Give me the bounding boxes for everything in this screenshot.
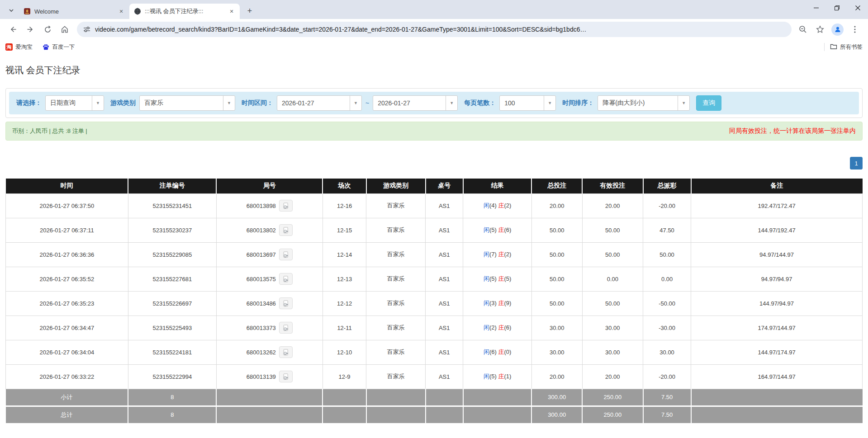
query-type-select[interactable]: 日期查询 ▼	[45, 95, 104, 111]
tab-welcome[interactable]: Welcome ✕	[19, 4, 129, 19]
total-valid-bet: 250.00	[582, 406, 643, 423]
cell-bet-id: 523155230237	[128, 218, 216, 242]
table-row: 2026-01-27 06:35:23 523155226697 6800134…	[6, 291, 863, 316]
cell-payout: 30.00	[643, 340, 691, 364]
cell-round: 680013802	[216, 218, 323, 242]
cell-table-no: AS1	[426, 218, 463, 242]
video-replay-button[interactable]	[279, 273, 293, 285]
table-footer: 小计 8 300.00 250.00 7.50 总计 8 300.00 250.…	[6, 389, 863, 423]
cell-valid-bet: 20.00	[582, 364, 643, 389]
video-replay-button[interactable]	[279, 297, 293, 309]
window-close-button[interactable]	[847, 0, 868, 15]
all-bookmarks[interactable]: 所有书签	[824, 43, 863, 52]
welcome-favicon-icon	[24, 8, 31, 15]
zoom-out-icon[interactable]	[795, 22, 811, 37]
cell-round: 680013486	[216, 291, 323, 316]
chevron-down-icon: ▼	[223, 96, 235, 110]
cell-round: 680013898	[216, 193, 323, 218]
cell-round: 680013575	[216, 267, 323, 291]
menu-dots-icon[interactable]	[847, 22, 863, 37]
game-kind-select[interactable]: 百家乐 ▼	[139, 95, 235, 111]
globe-favicon-icon	[134, 8, 141, 15]
taobao-icon: 淘	[5, 43, 13, 51]
cell-game: 百家乐	[366, 316, 426, 340]
page-title: 视讯 会员下注纪录	[5, 54, 863, 88]
cell-result: 闲(6) 庄(0)	[463, 340, 532, 364]
window-minimize-button[interactable]	[806, 0, 826, 15]
sort-select[interactable]: 降幂(由大到小) ▼	[598, 95, 690, 111]
cell-total-bet: 30.00	[531, 316, 582, 340]
table-row: 2026-01-27 06:34:04 523155224181 6800132…	[6, 340, 863, 364]
per-page-select[interactable]: 100 ▼	[499, 95, 556, 111]
tab-search-chevron-icon[interactable]	[4, 3, 19, 18]
search-button[interactable]: 查询	[696, 95, 721, 111]
bookmark-taobao[interactable]: 淘 爱淘宝	[5, 43, 33, 51]
cell-time: 2026-01-27 06:37:50	[6, 193, 128, 218]
new-tab-button[interactable]: +	[243, 5, 256, 17]
video-replay-button[interactable]	[279, 224, 293, 236]
cell-session: 12-14	[323, 242, 366, 267]
subtotal-total-bet: 300.00	[531, 389, 582, 406]
cell-table-no: AS1	[426, 267, 463, 291]
cell-result: 闲(5) 庄(6)	[463, 218, 532, 242]
cell-result: 闲(7) 庄(2)	[463, 242, 532, 267]
date-start-select[interactable]: 2026-01-27 ▼	[277, 95, 362, 111]
video-replay-button[interactable]	[279, 322, 293, 334]
cell-remark: 144.97/192.47	[691, 218, 863, 242]
page-1-button[interactable]: 1	[850, 157, 863, 170]
video-replay-button[interactable]	[279, 200, 293, 212]
bookmarks-divider	[824, 43, 825, 51]
tab-close-icon[interactable]: ✕	[118, 8, 125, 15]
cell-bet-id: 523155231451	[128, 193, 216, 218]
col-result: 结果	[463, 179, 532, 193]
cell-session: 12-10	[323, 340, 366, 364]
cell-result: 闲(2) 庄(6)	[463, 316, 532, 340]
cell-game: 百家乐	[366, 267, 426, 291]
home-icon[interactable]	[57, 22, 72, 37]
site-settings-icon[interactable]	[83, 26, 90, 33]
cell-time: 2026-01-27 06:35:52	[6, 267, 128, 291]
bookmark-baidu[interactable]: 百度一下	[43, 43, 75, 51]
cell-payout: 47.50	[643, 218, 691, 242]
chevron-down-icon: ▼	[92, 96, 104, 110]
cell-table-no: AS1	[426, 316, 463, 340]
forward-icon[interactable]	[23, 22, 38, 37]
cell-valid-bet: 20.00	[582, 193, 643, 218]
total-count: 8	[128, 406, 216, 423]
bookmark-label: 爱淘宝	[15, 43, 33, 51]
tab-betrecord[interactable]: :::视讯 会员下注纪录::: ✕	[129, 4, 240, 19]
profile-avatar[interactable]	[831, 24, 844, 36]
bookmark-star-icon[interactable]	[812, 22, 828, 37]
window-restore-button[interactable]	[826, 0, 847, 15]
video-replay-button[interactable]	[279, 346, 293, 358]
cell-payout: 0.00	[643, 267, 691, 291]
cell-game: 百家乐	[366, 364, 426, 389]
tab-close-icon[interactable]: ✕	[228, 8, 235, 15]
col-table-no: 桌号	[426, 179, 463, 193]
video-replay-button[interactable]	[279, 371, 293, 382]
date-end-select[interactable]: 2026-01-27 ▼	[373, 95, 458, 111]
bookmark-label: 百度一下	[52, 43, 75, 51]
back-icon[interactable]	[5, 22, 21, 37]
table-row: 2026-01-27 06:37:11 523155230237 6800138…	[6, 218, 863, 242]
reload-icon[interactable]	[40, 22, 55, 37]
cell-valid-bet: 30.00	[582, 316, 643, 340]
cell-bet-id: 523155222994	[128, 364, 216, 389]
cell-time: 2026-01-27 06:34:47	[6, 316, 128, 340]
cell-payout: -30.00	[643, 316, 691, 340]
cell-result: 闲(5) 庄(1)	[463, 364, 532, 389]
cell-time: 2026-01-27 06:33:22	[6, 364, 128, 389]
cell-remark: 174.97/144.97	[691, 316, 863, 340]
total-total-bet: 300.00	[531, 406, 582, 423]
cell-table-no: AS1	[426, 193, 463, 218]
cell-result: 闲(4) 庄(2)	[463, 193, 532, 218]
url-text[interactable]: videoie.com/game/betrecord_search/kind3?…	[95, 26, 785, 33]
chevron-down-icon: ▼	[350, 96, 361, 110]
cell-session: 12-13	[323, 267, 366, 291]
table-row: 2026-01-27 06:37:50 523155231451 6800138…	[6, 193, 863, 218]
cell-valid-bet: 0.00	[582, 267, 643, 291]
video-replay-button[interactable]	[279, 249, 293, 260]
address-bar[interactable]: videoie.com/game/betrecord_search/kind3?…	[77, 22, 792, 37]
cell-total-bet: 50.00	[531, 218, 582, 242]
all-bookmarks-label: 所有书签	[840, 43, 863, 51]
